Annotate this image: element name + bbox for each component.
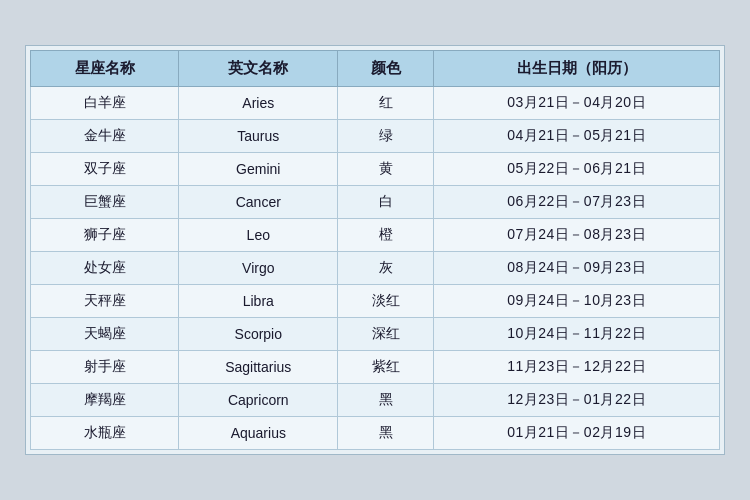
cell-english-name: Taurus — [179, 120, 338, 153]
cell-chinese-name: 摩羯座 — [31, 384, 179, 417]
cell-chinese-name: 巨蟹座 — [31, 186, 179, 219]
cell-color: 深红 — [338, 318, 434, 351]
cell-english-name: Sagittarius — [179, 351, 338, 384]
cell-dates: 07月24日－08月23日 — [434, 219, 720, 252]
cell-color: 紫红 — [338, 351, 434, 384]
cell-color: 黑 — [338, 417, 434, 450]
cell-english-name: Libra — [179, 285, 338, 318]
table-row: 水瓶座Aquarius黑01月21日－02月19日 — [31, 417, 720, 450]
cell-dates: 04月21日－05月21日 — [434, 120, 720, 153]
cell-english-name: Cancer — [179, 186, 338, 219]
cell-chinese-name: 白羊座 — [31, 87, 179, 120]
cell-dates: 01月21日－02月19日 — [434, 417, 720, 450]
table-row: 狮子座Leo橙07月24日－08月23日 — [31, 219, 720, 252]
cell-color: 白 — [338, 186, 434, 219]
zodiac-table-container: 星座名称 英文名称 颜色 出生日期（阳历） 白羊座Aries红03月21日－04… — [25, 45, 725, 455]
cell-chinese-name: 双子座 — [31, 153, 179, 186]
header-chinese-name: 星座名称 — [31, 51, 179, 87]
cell-dates: 06月22日－07月23日 — [434, 186, 720, 219]
cell-english-name: Aquarius — [179, 417, 338, 450]
cell-english-name: Scorpio — [179, 318, 338, 351]
cell-english-name: Aries — [179, 87, 338, 120]
cell-dates: 08月24日－09月23日 — [434, 252, 720, 285]
cell-chinese-name: 金牛座 — [31, 120, 179, 153]
cell-dates: 11月23日－12月22日 — [434, 351, 720, 384]
table-row: 摩羯座Capricorn黑12月23日－01月22日 — [31, 384, 720, 417]
cell-english-name: Leo — [179, 219, 338, 252]
cell-chinese-name: 射手座 — [31, 351, 179, 384]
header-dates: 出生日期（阳历） — [434, 51, 720, 87]
header-color: 颜色 — [338, 51, 434, 87]
cell-color: 红 — [338, 87, 434, 120]
cell-dates: 09月24日－10月23日 — [434, 285, 720, 318]
table-row: 射手座Sagittarius紫红11月23日－12月22日 — [31, 351, 720, 384]
cell-color: 灰 — [338, 252, 434, 285]
cell-english-name: Gemini — [179, 153, 338, 186]
table-row: 巨蟹座Cancer白06月22日－07月23日 — [31, 186, 720, 219]
table-row: 双子座Gemini黄05月22日－06月21日 — [31, 153, 720, 186]
cell-color: 黑 — [338, 384, 434, 417]
cell-dates: 10月24日－11月22日 — [434, 318, 720, 351]
table-row: 白羊座Aries红03月21日－04月20日 — [31, 87, 720, 120]
zodiac-table: 星座名称 英文名称 颜色 出生日期（阳历） 白羊座Aries红03月21日－04… — [30, 50, 720, 450]
cell-color: 橙 — [338, 219, 434, 252]
cell-chinese-name: 天蝎座 — [31, 318, 179, 351]
cell-english-name: Capricorn — [179, 384, 338, 417]
table-body: 白羊座Aries红03月21日－04月20日金牛座Taurus绿04月21日－0… — [31, 87, 720, 450]
cell-color: 绿 — [338, 120, 434, 153]
cell-chinese-name: 水瓶座 — [31, 417, 179, 450]
cell-english-name: Virgo — [179, 252, 338, 285]
cell-chinese-name: 天秤座 — [31, 285, 179, 318]
cell-dates: 03月21日－04月20日 — [434, 87, 720, 120]
cell-dates: 05月22日－06月21日 — [434, 153, 720, 186]
cell-color: 黄 — [338, 153, 434, 186]
cell-chinese-name: 狮子座 — [31, 219, 179, 252]
cell-color: 淡红 — [338, 285, 434, 318]
table-row: 处女座Virgo灰08月24日－09月23日 — [31, 252, 720, 285]
table-header-row: 星座名称 英文名称 颜色 出生日期（阳历） — [31, 51, 720, 87]
cell-chinese-name: 处女座 — [31, 252, 179, 285]
table-row: 金牛座Taurus绿04月21日－05月21日 — [31, 120, 720, 153]
table-row: 天秤座Libra淡红09月24日－10月23日 — [31, 285, 720, 318]
table-row: 天蝎座Scorpio深红10月24日－11月22日 — [31, 318, 720, 351]
cell-dates: 12月23日－01月22日 — [434, 384, 720, 417]
header-english-name: 英文名称 — [179, 51, 338, 87]
